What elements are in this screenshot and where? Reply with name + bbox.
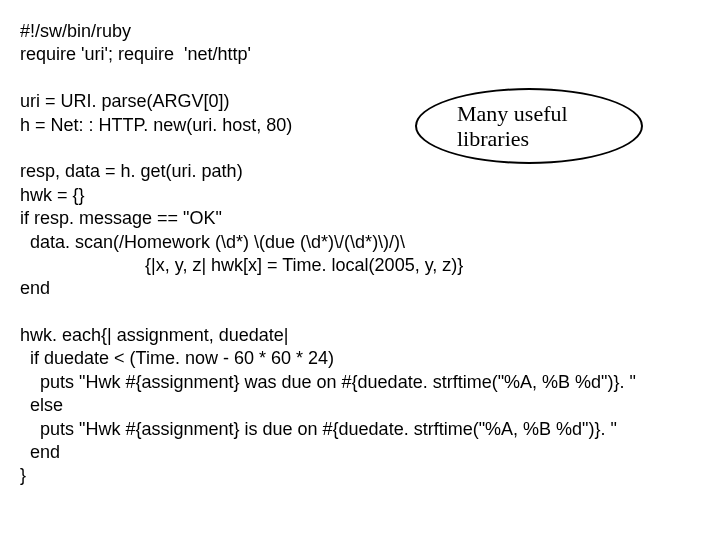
code-line: if resp. message == "OK": [20, 208, 222, 228]
code-line: resp, data = h. get(uri. path): [20, 161, 243, 181]
code-line: puts "Hwk #{assignment} is due on #{dued…: [20, 419, 617, 439]
code-line: end: [20, 442, 60, 462]
ruby-code: #!/sw/bin/ruby require 'uri'; require 'n…: [20, 20, 700, 488]
code-line: {|x, y, z| hwk[x] = Time. local(2005, y,…: [20, 255, 463, 275]
code-line: if duedate < (Time. now - 60 * 60 * 24): [20, 348, 334, 368]
code-line: else: [20, 395, 63, 415]
code-line: }: [20, 465, 26, 485]
code-line: require 'uri'; require 'net/http': [20, 44, 251, 64]
callout-text: Many useful libraries: [457, 101, 641, 152]
code-line: end: [20, 278, 50, 298]
code-line: data. scan(/Homework (\d*) \(due (\d*)\/…: [20, 232, 405, 252]
code-line: #!/sw/bin/ruby: [20, 21, 131, 41]
code-line: puts "Hwk #{assignment} was due on #{due…: [20, 372, 636, 392]
callout-oval: Many useful libraries: [415, 88, 643, 164]
code-line: hwk. each{| assignment, duedate|: [20, 325, 289, 345]
code-line: hwk = {}: [20, 185, 85, 205]
code-line: uri = URI. parse(ARGV[0]): [20, 91, 230, 111]
code-line: h = Net: : HTTP. new(uri. host, 80): [20, 115, 292, 135]
